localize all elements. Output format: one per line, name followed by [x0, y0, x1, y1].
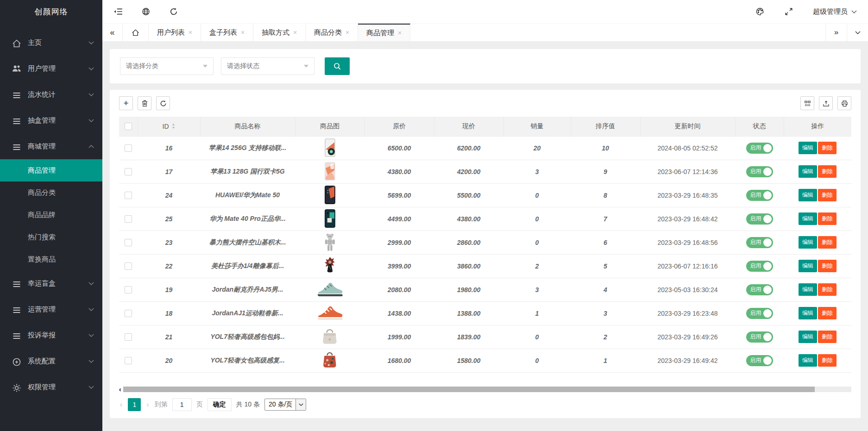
scrollbar-thumb[interactable]: [123, 387, 815, 392]
user-menu[interactable]: 超级管理员: [813, 7, 857, 16]
status-toggle[interactable]: 启用: [746, 237, 773, 248]
status-toggle[interactable]: 启用: [746, 331, 773, 343]
tabs-menu-button[interactable]: [847, 24, 868, 41]
status-toggle[interactable]: 启用: [746, 308, 773, 319]
tab-product-management[interactable]: 商品管理×: [358, 24, 410, 41]
edit-button[interactable]: 编辑: [799, 236, 817, 249]
delete-selected-button[interactable]: [138, 96, 151, 110]
tab-box-list[interactable]: 盒子列表×: [201, 24, 253, 41]
current-page-button[interactable]: 1: [128, 398, 141, 411]
status-toggle[interactable]: 启用: [746, 166, 773, 177]
col-updated: 更新时间: [640, 117, 735, 136]
status-toggle[interactable]: 启用: [746, 190, 773, 201]
sort-icon[interactable]: [171, 123, 176, 129]
edit-button[interactable]: 编辑: [799, 142, 817, 154]
sidebar-item-product-category[interactable]: 商品分类: [0, 181, 102, 204]
theme-palette-icon[interactable]: [755, 7, 765, 16]
status-toggle[interactable]: 启用: [746, 284, 773, 295]
row-checkbox[interactable]: [125, 310, 132, 317]
original-price: 2080.00: [365, 278, 434, 301]
close-icon[interactable]: ×: [241, 29, 245, 36]
sidebar-item-product-brand[interactable]: 商品品牌: [0, 204, 102, 226]
delete-button[interactable]: 删除: [818, 165, 837, 178]
search-button[interactable]: [325, 57, 350, 75]
edit-button[interactable]: 编辑: [799, 354, 817, 367]
delete-button[interactable]: 删除: [818, 212, 837, 225]
columns-filter-button[interactable]: [800, 96, 814, 110]
delete-button[interactable]: 删除: [818, 307, 837, 319]
export-button[interactable]: [819, 96, 833, 110]
collapse-sidebar-icon[interactable]: [113, 7, 123, 16]
add-button[interactable]: +: [119, 96, 133, 110]
edit-button[interactable]: 编辑: [799, 165, 817, 178]
prev-page-button[interactable]: ‹: [119, 400, 123, 409]
delete-button[interactable]: 删除: [818, 260, 837, 272]
sidebar-item-home[interactable]: 主页: [0, 30, 102, 56]
delete-button[interactable]: 删除: [818, 189, 837, 201]
globe-icon[interactable]: [141, 7, 151, 16]
delete-button[interactable]: 删除: [818, 142, 837, 154]
select-all-checkbox[interactable]: [125, 123, 132, 130]
sort-value: 8: [571, 183, 640, 207]
tab-product-category[interactable]: 商品分类×: [306, 24, 358, 41]
print-button[interactable]: [837, 96, 851, 110]
edit-button[interactable]: 编辑: [799, 283, 817, 296]
sidebar-item-permission[interactable]: 权限管理: [0, 374, 102, 400]
edit-button[interactable]: 编辑: [799, 307, 817, 319]
status-toggle[interactable]: 启用: [746, 355, 773, 366]
status-toggle[interactable]: 启用: [746, 143, 773, 154]
sidebar-item-flow-stats[interactable]: 流水统计: [0, 81, 102, 107]
close-icon[interactable]: ×: [346, 29, 349, 36]
edit-button[interactable]: 编辑: [799, 260, 817, 272]
sidebar: 创颜网络 主页 用户管理 流水统计 抽盒管理: [0, 0, 102, 431]
delete-button[interactable]: 删除: [818, 331, 837, 343]
sidebar-item-complaints[interactable]: 投诉举报: [0, 322, 102, 348]
sidebar-item-lucky-box[interactable]: 幸运盲盒: [0, 270, 102, 296]
fullscreen-icon[interactable]: [784, 7, 793, 16]
edit-button[interactable]: 编辑: [799, 331, 817, 343]
tab-home[interactable]: [123, 24, 149, 41]
tabs-scroll-right-button[interactable]: »: [825, 24, 847, 41]
category-select[interactable]: 请选择分类: [120, 57, 214, 75]
delete-button[interactable]: 删除: [818, 354, 837, 367]
goto-confirm-button[interactable]: 确定: [208, 398, 232, 411]
scroll-left-arrow[interactable]: ‹: [119, 387, 121, 392]
tabs-scroll-left-button[interactable]: «: [102, 24, 123, 41]
row-checkbox[interactable]: [125, 333, 132, 341]
refresh-icon[interactable]: [169, 7, 178, 16]
row-checkbox[interactable]: [125, 215, 132, 223]
close-icon[interactable]: ×: [398, 29, 402, 37]
refresh-table-button[interactable]: [156, 96, 170, 110]
sidebar-item-operation[interactable]: 运营管理: [0, 296, 102, 322]
status-select[interactable]: 请选择状态: [221, 57, 314, 75]
row-checkbox[interactable]: [125, 168, 132, 175]
edit-button[interactable]: 编辑: [799, 212, 817, 225]
goto-page-input[interactable]: [172, 398, 192, 411]
row-checkbox[interactable]: [125, 262, 132, 270]
sidebar-item-exchange-product[interactable]: 置换商品: [0, 248, 102, 270]
next-page-button[interactable]: ›: [145, 400, 150, 409]
sidebar-item-box-management[interactable]: 抽盒管理: [0, 107, 102, 133]
sidebar-item-system-config[interactable]: 系统配置: [0, 348, 102, 374]
status-toggle[interactable]: 启用: [746, 261, 773, 272]
delete-button[interactable]: 删除: [818, 236, 837, 249]
row-checkbox[interactable]: [125, 192, 132, 199]
tab-draw-method[interactable]: 抽取方式×: [253, 24, 306, 41]
row-checkbox[interactable]: [125, 239, 132, 246]
close-icon[interactable]: ×: [293, 29, 297, 36]
sidebar-item-product-management[interactable]: 商品管理: [0, 159, 102, 181]
sidebar-item-users[interactable]: 用户管理: [0, 56, 102, 81]
page-size-select[interactable]: 20 条/页: [264, 399, 306, 411]
status-toggle[interactable]: 启用: [746, 213, 773, 225]
tab-user-list[interactable]: 用户列表×: [149, 24, 201, 41]
edit-button[interactable]: 编辑: [799, 189, 817, 201]
row-checkbox[interactable]: [125, 144, 132, 152]
row-checkbox[interactable]: [125, 357, 132, 364]
delete-button[interactable]: 删除: [818, 283, 837, 296]
scrollbar-track[interactable]: [123, 387, 851, 392]
row-checkbox[interactable]: [125, 286, 132, 294]
sidebar-item-hot-search[interactable]: 热门搜索: [0, 226, 102, 248]
col-product-image: 商品图: [295, 117, 365, 136]
close-icon[interactable]: ×: [189, 29, 192, 36]
sidebar-item-mall-management[interactable]: 商城管理: [0, 133, 102, 159]
